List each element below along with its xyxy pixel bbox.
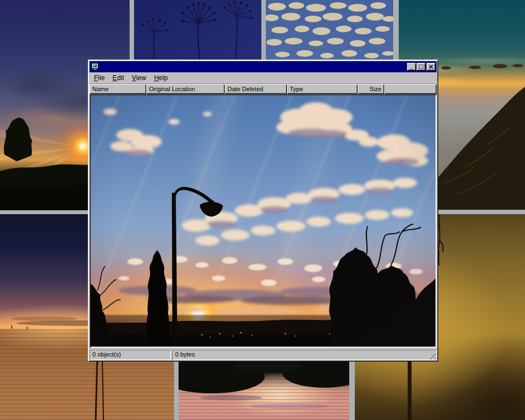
menu-item-view[interactable]: View <box>128 73 150 83</box>
list-viewport[interactable] <box>90 94 437 348</box>
menu-item-help[interactable]: Help <box>150 73 172 83</box>
resize-grip[interactable] <box>429 352 436 359</box>
status-size-label: 0 bytes <box>175 351 195 358</box>
title-bar[interactable]: _ □ × <box>90 61 437 72</box>
status-size: 0 bytes <box>172 350 437 360</box>
maximize-button[interactable]: □ <box>417 63 425 71</box>
column-header-padding[interactable] <box>384 84 437 94</box>
minimize-button[interactable]: _ <box>407 63 416 71</box>
column-header-name[interactable]: Name <box>90 84 146 94</box>
column-header-date-deleted[interactable]: Date Deleted <box>225 84 287 94</box>
menu-item-edit[interactable]: Edit <box>108 73 128 83</box>
list-column-headers: Name Original Location Date Deleted Type… <box>90 84 437 94</box>
column-header-size[interactable]: Size <box>358 84 384 94</box>
client-area-wallpaper-photo <box>91 95 435 347</box>
menu-bar: File Edit View Help <box>90 72 437 84</box>
close-button[interactable]: × <box>427 63 435 71</box>
desktop: { "window": { "title": "", "icon": "appl… <box>0 0 525 420</box>
menu-item-file[interactable]: File <box>90 73 108 83</box>
status-bar: 0 object(s) 0 bytes <box>90 348 437 360</box>
application-window-icon[interactable] <box>91 63 100 71</box>
vignette-layer <box>91 95 435 347</box>
status-object-count: 0 object(s) <box>90 350 171 360</box>
column-header-original-location[interactable]: Original Location <box>146 84 225 94</box>
column-header-type[interactable]: Type <box>287 84 358 94</box>
recycle-bin-window: _ □ × File Edit View Help Name Original … <box>88 60 438 362</box>
